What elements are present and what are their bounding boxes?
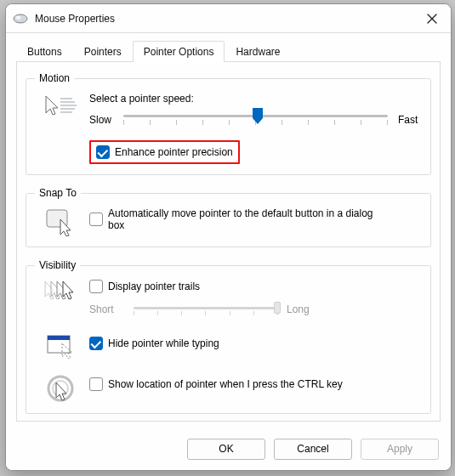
slider-thumb-icon bbox=[274, 302, 281, 314]
svg-rect-9 bbox=[48, 336, 70, 340]
svg-point-1 bbox=[16, 15, 21, 19]
tab-pointer-options[interactable]: Pointer Options bbox=[133, 41, 225, 62]
group-snap-to: Snap To Automatically move p bbox=[26, 187, 431, 247]
group-visibility-legend: Visibility bbox=[35, 259, 80, 271]
tab-buttons[interactable]: Buttons bbox=[16, 41, 73, 62]
cancel-button[interactable]: Cancel bbox=[274, 439, 352, 460]
trails-long-label: Long bbox=[287, 303, 322, 315]
apply-button: Apply bbox=[361, 439, 439, 460]
mouse-properties-dialog: Mouse Properties Buttons Pointers Pointe… bbox=[5, 3, 452, 471]
tab-pointers[interactable]: Pointers bbox=[73, 41, 133, 62]
ctrl-locator-icon bbox=[46, 374, 78, 403]
trails-short-label: Short bbox=[89, 303, 125, 315]
close-button[interactable] bbox=[420, 14, 444, 24]
slider-thumb-icon bbox=[250, 108, 265, 125]
pointer-speed-slow-label: Slow bbox=[89, 114, 118, 126]
highlight-box: Enhance pointer precision bbox=[89, 140, 240, 164]
mouse-icon bbox=[13, 13, 28, 25]
enhance-pointer-precision-label: Enhance pointer precision bbox=[115, 146, 233, 158]
hide-while-typing-icon bbox=[45, 333, 79, 359]
group-motion: Motion bbox=[26, 72, 431, 175]
display-pointer-trails-checkbox[interactable]: Display pointer trails bbox=[89, 280, 200, 293]
snap-to-default-label: Automatically move pointer to the defaul… bbox=[108, 207, 389, 231]
snap-to-icon bbox=[45, 207, 79, 236]
tab-strip: Buttons Pointers Pointer Options Hardwar… bbox=[16, 40, 441, 62]
close-icon bbox=[427, 14, 437, 24]
pointer-speed-label: Select a pointer speed: bbox=[89, 93, 422, 105]
window-title: Mouse Properties bbox=[35, 13, 420, 25]
group-snap-to-legend: Snap To bbox=[35, 187, 81, 199]
ok-button[interactable]: OK bbox=[187, 439, 265, 460]
hide-pointer-while-typing-checkbox[interactable]: Hide pointer while typing bbox=[89, 337, 219, 350]
dialog-body: Buttons Pointers Pointer Options Hardwar… bbox=[6, 33, 451, 430]
display-pointer-trails-label: Display pointer trails bbox=[108, 280, 200, 292]
pointer-speed-fast-label: Fast bbox=[393, 114, 422, 126]
pointer-trails-icon bbox=[43, 280, 81, 305]
show-location-ctrl-label: Show location of pointer when I press th… bbox=[108, 378, 343, 390]
hide-pointer-while-typing-label: Hide pointer while typing bbox=[108, 337, 219, 349]
tab-hardware[interactable]: Hardware bbox=[225, 41, 291, 62]
enhance-pointer-precision-checkbox[interactable]: Enhance pointer precision bbox=[96, 145, 233, 159]
tab-panel-pointer-options: Motion bbox=[16, 62, 441, 422]
snap-to-default-checkbox[interactable]: Automatically move pointer to the defaul… bbox=[89, 207, 389, 231]
show-location-ctrl-checkbox[interactable]: Show location of pointer when I press th… bbox=[89, 377, 343, 391]
titlebar: Mouse Properties bbox=[6, 4, 451, 33]
dialog-button-bar: OK Cancel Apply bbox=[6, 430, 451, 470]
group-visibility: Visibility Display pointer tr bbox=[26, 259, 431, 414]
group-motion-legend: Motion bbox=[35, 72, 74, 84]
pointer-trails-slider bbox=[134, 301, 278, 318]
pointer-speed-icon bbox=[44, 93, 80, 122]
pointer-speed-slider[interactable] bbox=[123, 110, 388, 130]
